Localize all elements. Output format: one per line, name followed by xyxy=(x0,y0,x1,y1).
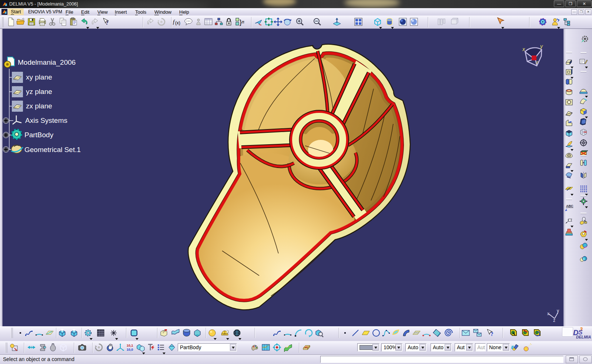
svg-text:z: z xyxy=(553,318,555,323)
svg-text:x: x xyxy=(522,46,525,52)
svg-text:(x): (x) xyxy=(175,20,180,26)
svg-text:z: z xyxy=(536,60,538,64)
svg-text:x: x xyxy=(547,311,549,316)
svg-text:=: = xyxy=(242,20,244,25)
svg-text:?: ? xyxy=(491,331,494,337)
svg-text:10,0: 10,0 xyxy=(127,348,133,351)
svg-text:10,1: 10,1 xyxy=(127,344,133,347)
svg-text:y: y xyxy=(540,43,543,49)
svg-text:ABC: ABC xyxy=(566,204,573,208)
svg-text:?: ? xyxy=(106,20,108,26)
svg-text:y: y xyxy=(557,308,559,313)
svg-text:DELMIA: DELMIA xyxy=(576,335,591,339)
